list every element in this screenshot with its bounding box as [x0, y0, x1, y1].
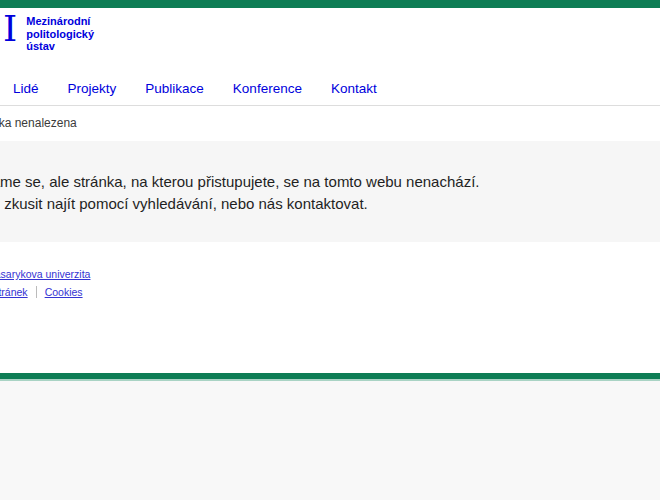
logo-institute-name: Mezinárodní politologický ústav — [26, 13, 94, 53]
breadcrumb: Stránka nenalezena — [0, 116, 77, 130]
page: I Mezinárodní politologický ústav Lidé P… — [0, 0, 660, 500]
nav-item-lide[interactable]: Lidé — [13, 81, 39, 96]
logo[interactable]: I Mezinárodní politologický ústav — [3, 13, 94, 53]
footer-links-separator — [36, 286, 37, 298]
not-found-message-line1: Omlouváme se, ale stránka, na kterou při… — [0, 171, 479, 193]
footer-secondary-links: Mapa stránek Cookies — [0, 286, 83, 298]
nav-item-publikace[interactable]: Publikace — [145, 81, 204, 96]
not-found-message-line2: Můžete ji zkusit najít pomocí vyhledáván… — [0, 193, 479, 215]
footer-cookies-link[interactable]: Cookies — [45, 286, 83, 298]
institute-name-line: politologický — [26, 28, 94, 40]
not-found-message: Omlouváme se, ale stránka, na kterou při… — [0, 171, 479, 215]
logo-i-mark: I — [3, 13, 17, 45]
institute-name-line: Mezinárodní — [26, 15, 90, 27]
nav-item-konference[interactable]: Konference — [233, 81, 302, 96]
footer-university-link[interactable]: Masarykova univerzita — [0, 268, 90, 280]
footer-bottom-area — [0, 381, 660, 500]
main-nav: Lidé Projekty Publikace Konference Konta… — [13, 81, 377, 96]
footer-sitemap-link[interactable]: Mapa stránek — [0, 286, 28, 298]
nav-item-kontakt[interactable]: Kontakt — [331, 81, 377, 96]
header-divider — [0, 105, 660, 106]
institute-name-line: ústav — [26, 40, 55, 52]
nav-item-projekty[interactable]: Projekty — [68, 81, 117, 96]
not-found-panel: Omlouváme se, ale stránka, na kterou při… — [0, 141, 660, 242]
top-accent-bar — [0, 0, 660, 8]
